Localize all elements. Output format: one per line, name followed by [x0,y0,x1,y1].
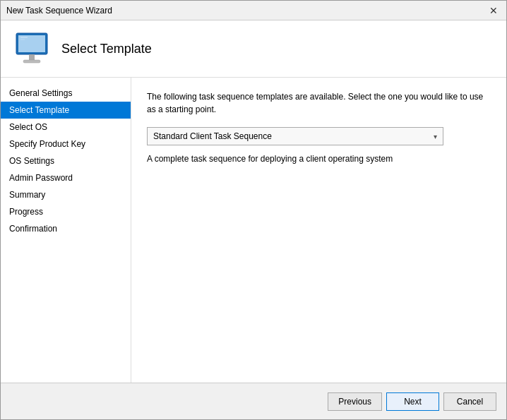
sidebar-item-os-settings[interactable]: OS Settings [1,152,131,169]
chevron-down-icon: ▾ [434,133,437,140]
main-content: The following task sequence templates ar… [131,78,506,383]
svg-rect-3 [23,60,40,63]
title-bar: New Task Sequence Wizard ✕ [1,1,506,20]
header-area: Select Template [1,20,506,78]
next-button[interactable]: Next [386,392,439,411]
svg-rect-2 [29,54,35,60]
sidebar-item-admin-password[interactable]: Admin Password [1,169,131,186]
wizard-window: New Task Sequence Wizard ✕ Select Templa… [0,0,507,420]
window-title: New Task Sequence Wizard [6,6,112,16]
sidebar-item-progress[interactable]: Progress [1,203,131,220]
sidebar-item-specify-product-key[interactable]: Specify Product Key [1,136,131,152]
previous-button[interactable]: Previous [328,392,382,411]
cancel-button[interactable]: Cancel [443,392,496,411]
sidebar-item-summary[interactable]: Summary [1,186,131,203]
close-button[interactable]: ✕ [487,4,501,18]
page-title: Select Template [61,42,152,56]
sidebar-item-select-os[interactable]: Select OS [1,119,131,136]
svg-rect-1 [18,35,45,52]
sidebar-item-general-settings[interactable]: General Settings [1,85,131,102]
sidebar-item-select-template[interactable]: Select Template [1,102,131,119]
sidebar-item-confirmation[interactable]: Confirmation [1,220,131,237]
content-area: General Settings Select Template Select … [1,78,506,383]
dropdown-selected-value: Standard Client Task Sequence [153,131,272,141]
footer: Previous Next Cancel [1,383,506,419]
description-text: The following task sequence templates ar… [147,90,491,116]
sidebar: General Settings Select Template Select … [1,78,131,383]
computer-icon [13,30,50,67]
hint-text: A complete task sequence for deploying a… [147,154,491,164]
dropdown-container: Standard Client Task Sequence ▾ [147,127,491,145]
template-dropdown[interactable]: Standard Client Task Sequence ▾ [147,127,443,145]
